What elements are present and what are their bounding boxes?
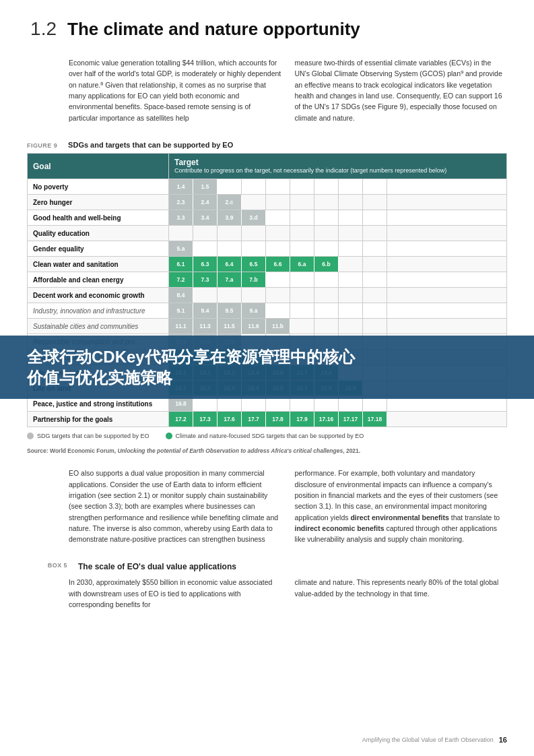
legend-label-green: Climate and nature-focused SDG targets t…: [176, 433, 364, 439]
target-cell: [339, 241, 363, 256]
table-row: Affordable and clean energy7.27.37.a7.b: [28, 272, 507, 288]
target-cell: 6.3: [193, 257, 218, 272]
target-cell: [242, 288, 266, 303]
box-left: In 2030, approximately $550 billion in e…: [69, 577, 281, 610]
target-cell: 1.5: [193, 179, 218, 194]
target-cell: [339, 226, 363, 241]
legend: SDG targets that can be supported by EO …: [0, 427, 534, 445]
target-cell: [363, 319, 387, 334]
target-cell: 2.c: [218, 195, 242, 210]
target-cell: [193, 241, 218, 256]
overlay-banner: 全球行动CDKey代码分享在资源管理中的核心价值与优化实施策略: [0, 336, 534, 399]
target-cell: 3.9: [218, 210, 242, 225]
target-cell: [290, 288, 314, 303]
table-row: Good health and well-being3.33.43.93.d: [28, 210, 507, 226]
box-title: The scale of EO's dual value application…: [78, 562, 236, 571]
target-cell: [363, 210, 387, 225]
target-cell: 17.16: [314, 412, 339, 427]
target-cell: [218, 179, 242, 194]
target-cell: [266, 241, 290, 256]
target-cells: 7.27.37.a7.b: [169, 272, 507, 288]
target-cell: 7.3: [193, 272, 218, 287]
page-footer: Amplifying the Global Value of Earth Obs…: [362, 736, 507, 744]
table-row: Gender equality5.a: [28, 241, 507, 257]
page: 1.2 The climate and nature opportunity E…: [0, 0, 534, 756]
target-cells: 11.111.311.511.611.b: [169, 319, 507, 334]
target-cell: [290, 303, 314, 318]
box-body: In 2030, approximately $550 billion in e…: [0, 571, 534, 617]
target-cell: 17.8: [266, 412, 290, 427]
goal-cell: Affordable and clean energy: [28, 272, 169, 288]
target-cell: [363, 288, 387, 303]
target-cell: 8.4: [169, 288, 193, 303]
table-row: Partnership for the goals17.217.317.617.…: [28, 412, 507, 427]
target-cell: 17.17: [339, 412, 363, 427]
target-cell: 6.4: [218, 257, 242, 272]
section-header: 1.2 The climate and nature opportunity: [0, 0, 534, 51]
target-cell: [290, 179, 314, 194]
target-cell: 17.6: [218, 412, 242, 427]
target-cell: [242, 179, 266, 194]
target-cell: 11.1: [169, 319, 193, 334]
target-cell: 6.5: [242, 257, 266, 272]
target-cell: [314, 288, 339, 303]
target-cell: [290, 319, 314, 334]
target-cell: 9.1: [169, 303, 193, 318]
target-cell: 11.5: [218, 319, 242, 334]
target-cell: [363, 226, 387, 241]
box-right: climate and nature. This represents near…: [295, 577, 508, 610]
goal-cell: Zero hunger: [28, 195, 169, 210]
target-cell: 7.b: [242, 272, 266, 287]
target-cell: 6.a: [290, 257, 314, 272]
section-title: The climate and nature opportunity: [67, 19, 360, 40]
goal-header: Goal: [28, 153, 169, 179]
target-cell: [314, 210, 339, 225]
target-cell: [218, 288, 242, 303]
target-header: Target Contribute to progress on the tar…: [169, 153, 507, 179]
legend-label-gray: SDG targets that can be supported by EO: [37, 433, 149, 439]
target-cells: 8.4: [169, 288, 507, 303]
target-cell: 7.2: [169, 272, 193, 287]
goal-cell: Partnership for the goals: [28, 412, 169, 427]
target-cell: 2.4: [193, 195, 218, 210]
target-cell: [266, 288, 290, 303]
box-tag: BOX 5: [27, 562, 67, 569]
target-cell: 6.1: [169, 257, 193, 272]
target-cells: 1.41.5: [169, 179, 507, 195]
target-cell: [339, 179, 363, 194]
target-cells: 2.32.42.c: [169, 195, 507, 210]
target-cell: 3.d: [242, 210, 266, 225]
target-cell: [363, 241, 387, 256]
target-cell: [290, 195, 314, 210]
target-cells: 6.16.36.46.56.66.a6.b: [169, 257, 507, 272]
overlay-text: 全球行动CDKey代码分享在资源管理中的核心价值与优化实施策略: [27, 346, 507, 388]
figure-caption: SDGs and targets that can be supported b…: [68, 141, 233, 149]
goal-cell: No poverty: [28, 179, 169, 195]
target-cell: [339, 257, 363, 272]
target-cell: [363, 195, 387, 210]
goal-cell: Industry, innovation and infrastructure: [28, 303, 169, 319]
goal-cell: Gender equality: [28, 241, 169, 257]
target-cell: [266, 210, 290, 225]
figure-tag: FIGURE 9: [27, 142, 57, 149]
target-cell: 6.b: [314, 257, 339, 272]
source-prefix: Source:: [27, 447, 48, 454]
target-cell: 17.18: [363, 412, 387, 427]
target-cell: 17.9: [290, 412, 314, 427]
target-cell: 5.a: [169, 241, 193, 256]
target-cell: [363, 272, 387, 287]
body-text: EO also supports a dual value propositio…: [0, 461, 534, 555]
target-cell: 17.7: [242, 412, 266, 427]
target-cell: [218, 241, 242, 256]
target-cell: 9.5: [218, 303, 242, 318]
intro-left: Economic value generation totalling $44 …: [69, 57, 281, 123]
target-cell: [339, 272, 363, 287]
legend-dot-gray: [27, 433, 34, 439]
target-cell: [314, 272, 339, 287]
target-cell: [266, 179, 290, 194]
target-cell: [266, 195, 290, 210]
intro-right: measure two-thirds of essential climate …: [295, 57, 508, 123]
target-cell: 17.3: [193, 412, 218, 427]
goal-cell: Clean water and sanitation: [28, 257, 169, 272]
page-number: 16: [499, 736, 507, 744]
